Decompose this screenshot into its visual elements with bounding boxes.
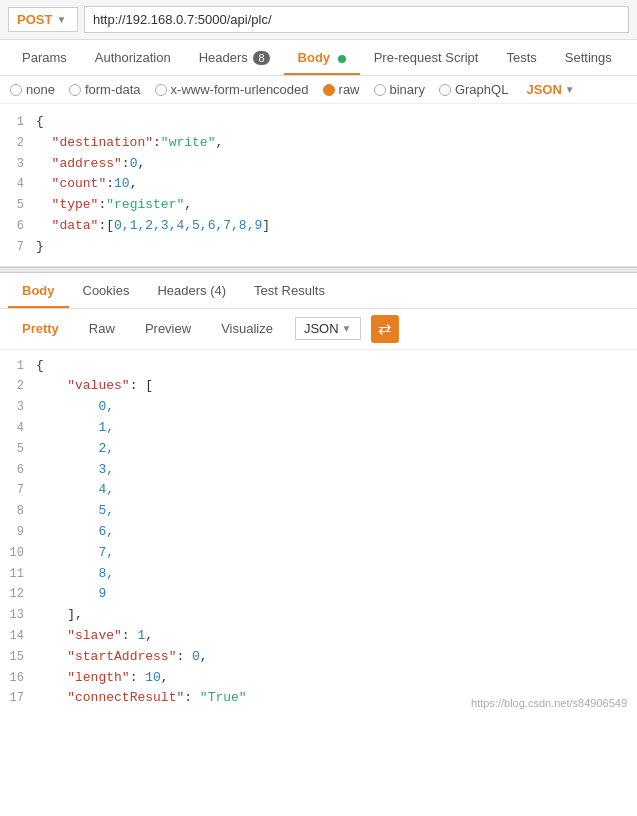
url-input[interactable] <box>84 6 629 33</box>
radio-none[interactable]: none <box>10 82 55 97</box>
body-type-row: none form-data x-www-form-urlencoded raw… <box>0 76 637 104</box>
resp-tab-test-results[interactable]: Test Results <box>240 273 339 308</box>
resp-line-7: 7 4, <box>0 480 637 501</box>
radio-form-data-circle <box>69 84 81 96</box>
view-visualize-button[interactable]: Visualize <box>209 317 285 340</box>
view-raw-button[interactable]: Raw <box>77 317 127 340</box>
body-dot-icon <box>338 55 346 63</box>
resp-tab-body[interactable]: Body <box>8 273 69 308</box>
view-pretty-button[interactable]: Pretty <box>10 317 71 340</box>
json-dropdown-chevron-icon: ▼ <box>565 84 575 95</box>
radio-form-data-label: form-data <box>85 82 141 97</box>
tab-tests[interactable]: Tests <box>492 40 550 75</box>
response-json-chevron-icon: ▼ <box>342 323 352 334</box>
radio-graphql-label: GraphQL <box>455 82 508 97</box>
resp-line-2: 2 "values": [ <box>0 376 637 397</box>
resp-line-1: 1 { <box>0 356 637 377</box>
resp-line-11: 11 8, <box>0 564 637 585</box>
resp-line-6: 6 3, <box>0 460 637 481</box>
method-select[interactable]: POST ▼ <box>8 7 78 32</box>
tab-headers[interactable]: Headers 8 <box>185 40 284 75</box>
req-line-4: 4 "count":10, <box>0 174 637 195</box>
radio-raw[interactable]: raw <box>323 82 360 97</box>
radio-binary-circle <box>374 84 386 96</box>
resp-line-8: 8 5, <box>0 501 637 522</box>
resp-line-5: 5 2, <box>0 439 637 460</box>
req-line-7: 7 } <box>0 237 637 258</box>
resp-line-16: 16 "length": 10, <box>0 668 637 689</box>
radio-graphql[interactable]: GraphQL <box>439 82 508 97</box>
req-line-3: 3 "address":0, <box>0 154 637 175</box>
top-bar: POST ▼ <box>0 0 637 40</box>
resp-tab-headers[interactable]: Headers (4) <box>143 273 240 308</box>
request-code-editor[interactable]: 1 { 2 "destination":"write", 3 "address"… <box>0 104 637 266</box>
response-json-label: JSON <box>304 321 339 336</box>
resp-line-13: 13 ], <box>0 605 637 626</box>
req-line-5: 5 "type":"register", <box>0 195 637 216</box>
resp-line-12: 12 9 <box>0 584 637 605</box>
resp-line-10: 10 7, <box>0 543 637 564</box>
headers-badge: 8 <box>253 51 269 65</box>
request-tabs-row: Params Authorization Headers 8 Body Pre-… <box>0 40 637 76</box>
radio-raw-label: raw <box>339 82 360 97</box>
radio-raw-circle <box>323 84 335 96</box>
method-label: POST <box>17 12 52 27</box>
method-chevron-icon: ▼ <box>56 14 66 25</box>
response-code-editor: 1 { 2 "values": [ 3 0, 4 1, 5 2, 6 <box>0 350 637 716</box>
view-row: Pretty Raw Preview Visualize JSON ▼ ⇄ <box>0 309 637 350</box>
response-tabs-row: Body Cookies Headers (4) Test Results <box>0 273 637 309</box>
resp-tab-cookies[interactable]: Cookies <box>69 273 144 308</box>
resp-line-9: 9 6, <box>0 522 637 543</box>
wrap-button[interactable]: ⇄ <box>371 315 399 343</box>
request-body-section: 1 { 2 "destination":"write", 3 "address"… <box>0 104 637 267</box>
watermark: https://blog.csdn.net/s84906549 <box>471 697 627 709</box>
req-line-1: 1 { <box>0 112 637 133</box>
response-section: Body Cookies Headers (4) Test Results Pr… <box>0 273 637 716</box>
tab-body[interactable]: Body <box>284 40 360 75</box>
wrap-icon: ⇄ <box>378 321 391 337</box>
resp-line-4: 4 1, <box>0 418 637 439</box>
radio-graphql-circle <box>439 84 451 96</box>
radio-urlencoded-circle <box>155 84 167 96</box>
tab-authorization[interactable]: Authorization <box>81 40 185 75</box>
tab-params[interactable]: Params <box>8 40 81 75</box>
req-line-2: 2 "destination":"write", <box>0 133 637 154</box>
resp-line-14: 14 "slave": 1, <box>0 626 637 647</box>
tab-prerequest[interactable]: Pre-request Script <box>360 40 493 75</box>
radio-binary-label: binary <box>390 82 425 97</box>
tab-settings[interactable]: Settings <box>551 40 626 75</box>
radio-urlencoded[interactable]: x-www-form-urlencoded <box>155 82 309 97</box>
json-dropdown[interactable]: JSON ▼ <box>526 82 574 97</box>
radio-none-label: none <box>26 82 55 97</box>
radio-urlencoded-label: x-www-form-urlencoded <box>171 82 309 97</box>
radio-none-circle <box>10 84 22 96</box>
radio-binary[interactable]: binary <box>374 82 425 97</box>
req-line-6: 6 "data":[0,1,2,3,4,5,6,7,8,9] <box>0 216 637 237</box>
resp-line-15: 15 "startAddress": 0, <box>0 647 637 668</box>
json-dropdown-label: JSON <box>526 82 561 97</box>
response-json-select[interactable]: JSON ▼ <box>295 317 361 340</box>
view-preview-button[interactable]: Preview <box>133 317 203 340</box>
radio-form-data[interactable]: form-data <box>69 82 141 97</box>
resp-line-3: 3 0, <box>0 397 637 418</box>
